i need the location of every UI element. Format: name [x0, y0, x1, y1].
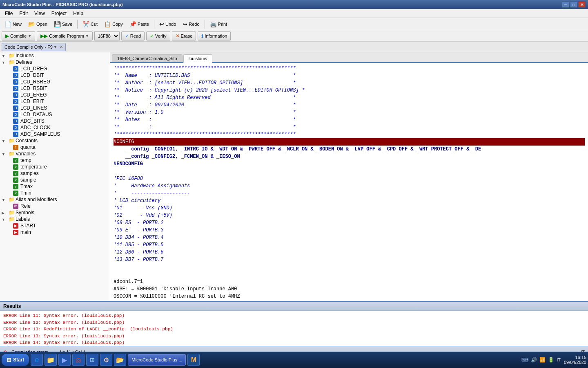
tab-16F88[interactable]: 16F88_CameraClimatica_Sito: [112, 54, 183, 62]
symbols-toggle-icon[interactable]: [2, 211, 7, 215]
tree-ADC_BITS[interactable]: D ADC_BITS: [0, 118, 110, 124]
start-button[interactable]: ⊞ Start: [2, 354, 29, 366]
sound-icon: 🔊: [531, 357, 537, 363]
tree-temperature[interactable]: v temperature: [0, 164, 110, 170]
menu-file[interactable]: File: [2, 10, 16, 17]
defines-toggle-icon[interactable]: [2, 60, 7, 65]
start-label: Start: [13, 357, 24, 363]
copy-button[interactable]: 📋 Copy: [101, 19, 126, 29]
calc-taskbar-icon[interactable]: ⊞: [86, 354, 98, 366]
undo-button[interactable]: ↩ Undo: [156, 19, 179, 29]
verify-button[interactable]: ✓ Verify: [146, 31, 170, 40]
includes-toggle-icon[interactable]: [2, 54, 7, 58]
chip-select[interactable]: 16F88: [94, 31, 120, 40]
m-taskbar-icon[interactable]: M: [187, 354, 200, 366]
tree-constants[interactable]: 📁 Constants: [0, 137, 110, 144]
tree-Tmin[interactable]: v Tmin: [0, 190, 110, 196]
toolbar2: ▶ Compile ▼ ▶▶ Compile Program ▼ 16F88 ✓…: [0, 30, 588, 42]
tmax-label: Tmax: [20, 184, 33, 189]
code-line: '* : All Rights Reserved *: [114, 95, 296, 101]
tree-labels[interactable]: 📁 Labels: [0, 216, 110, 222]
undo-label: Undo: [165, 22, 176, 27]
tree-LCD_EREG[interactable]: D LCD_EREG: [0, 92, 110, 98]
code-panel-selector[interactable]: Code Compile Only - F9 ▼ ✕: [2, 43, 66, 51]
tree-LCD_DATAUS[interactable]: D LCD_DATAUS: [0, 111, 110, 118]
tree-LCD_EBIT[interactable]: D LCD_EBIT: [0, 98, 110, 105]
alias-toggle-icon[interactable]: [2, 197, 7, 202]
tree-symbols[interactable]: 📁 Symbols: [0, 209, 110, 216]
tree-LCD_RSBIT[interactable]: D LCD_RSBIT: [0, 85, 110, 92]
maximize-button[interactable]: □: [570, 1, 577, 8]
tree-sample[interactable]: v sample: [0, 177, 110, 183]
tree-main[interactable]: ▶ main: [0, 229, 110, 236]
microcode-taskbar-item[interactable]: MicroCode Studio Plus ...: [128, 354, 186, 366]
code-line: '09 E - PORTB.3: [114, 227, 163, 233]
tmin-label: Tmin: [20, 190, 31, 196]
redo-button[interactable]: ↪ Redo: [180, 19, 202, 29]
sample-label: sample: [20, 177, 36, 183]
explorer-taskbar-icon[interactable]: 📁: [45, 354, 57, 366]
tree-ADC_CLOCK[interactable]: D ADC_CLOCK: [0, 124, 110, 131]
tree-rele[interactable]: m Rele: [0, 203, 110, 209]
tree-START[interactable]: ▶ START: [0, 222, 110, 229]
badge-v6-icon: v: [13, 191, 18, 196]
tree-samples[interactable]: v samples: [0, 170, 110, 177]
tree-quanta[interactable]: c quanta: [0, 144, 110, 150]
code-content[interactable]: '***************************************…: [110, 63, 588, 301]
compile-program-button[interactable]: ▶▶ Compile Program ▼: [37, 31, 93, 40]
keyboard-icon: ⌨: [521, 357, 528, 363]
print-button[interactable]: 🖨️ Print: [207, 19, 230, 29]
lcd-rsbit-label: LCD_RSBIT: [20, 85, 47, 91]
cut-button[interactable]: ✂️ Cut: [80, 19, 100, 29]
prog-taskbar-icon[interactable]: ⚙: [100, 354, 112, 366]
time-display: 16:15 09/04/2020: [564, 355, 586, 365]
media-taskbar-icon[interactable]: ▶: [58, 354, 71, 366]
erase-button[interactable]: ✕ Erase: [172, 31, 196, 40]
new-button[interactable]: 📄 New: [2, 19, 24, 29]
code-area[interactable]: 16F88_CameraClimatica_Sito louislouis '*…: [110, 52, 588, 301]
tree-temp[interactable]: v temp: [0, 157, 110, 164]
menu-help[interactable]: Help: [70, 10, 87, 17]
menu-edit[interactable]: Edit: [16, 10, 31, 17]
code-panel-dropdown-icon[interactable]: ▼: [53, 45, 57, 49]
code-line: '* Notes : *: [114, 117, 296, 123]
close-button[interactable]: ✕: [578, 1, 586, 8]
code-line: '13 DB7 - PORTB.7: [114, 257, 163, 263]
tree-variables[interactable]: 📁 Variables: [0, 150, 110, 157]
compile-dropdown-icon[interactable]: ▼: [28, 34, 31, 38]
minimize-button[interactable]: ─: [562, 1, 569, 8]
menu-view[interactable]: View: [31, 10, 48, 17]
new-label: New: [13, 22, 22, 27]
read-button[interactable]: ✓ Read: [121, 31, 145, 40]
badge-d10-icon: D: [13, 125, 18, 130]
tree-alias[interactable]: 📁 Alias and Modifiers: [0, 196, 110, 203]
tree-defines[interactable]: 📁 Defines: [0, 59, 110, 65]
tree-LCD_DBIT[interactable]: D LCD_DBIT: [0, 72, 110, 79]
badge-d8-icon: D: [13, 112, 18, 117]
tab-louislouis[interactable]: louislouis: [183, 54, 212, 63]
information-button[interactable]: ℹ Information: [198, 31, 231, 40]
windows-icon: ⊞: [7, 357, 11, 363]
code-panel-close[interactable]: ✕: [60, 45, 63, 49]
compile-button[interactable]: ▶ Compile ▼: [2, 31, 35, 40]
open-button[interactable]: 📂 Open: [25, 19, 50, 29]
tree-includes[interactable]: 📁 Includes: [0, 52, 110, 59]
tree-Tmax[interactable]: v Tmax: [0, 183, 110, 190]
tree-LCD_RSREG[interactable]: D LCD_RSREG: [0, 79, 110, 85]
chrome-taskbar-icon[interactable]: ◎: [72, 354, 85, 366]
ie-taskbar-icon[interactable]: e: [31, 354, 43, 366]
menu-project[interactable]: Project: [48, 10, 70, 17]
tree-ADC_SAMPLEUS[interactable]: D ADC_SAMPLEUS: [0, 131, 110, 137]
code-line: '11 DB5 - PORTB.5: [114, 242, 163, 248]
variables-toggle-icon[interactable]: [2, 152, 7, 156]
paste-button[interactable]: 📌 Paste: [127, 19, 152, 29]
constants-toggle-icon[interactable]: [2, 139, 7, 143]
tree-LCD_DREG[interactable]: D LCD_DREG: [0, 65, 110, 72]
main-area: 📁 Includes 📁 Defines D LCD_DREG D LCD_DB…: [0, 52, 588, 301]
badge-d11-icon: D: [13, 132, 18, 137]
save-button[interactable]: 💾 Save: [51, 19, 75, 29]
tree-LCD_LINES[interactable]: D LCD_LINES: [0, 105, 110, 111]
file-taskbar-icon[interactable]: 📂: [114, 354, 126, 366]
compile-program-dropdown-icon[interactable]: ▼: [85, 34, 89, 38]
labels-toggle-icon[interactable]: [2, 217, 7, 222]
